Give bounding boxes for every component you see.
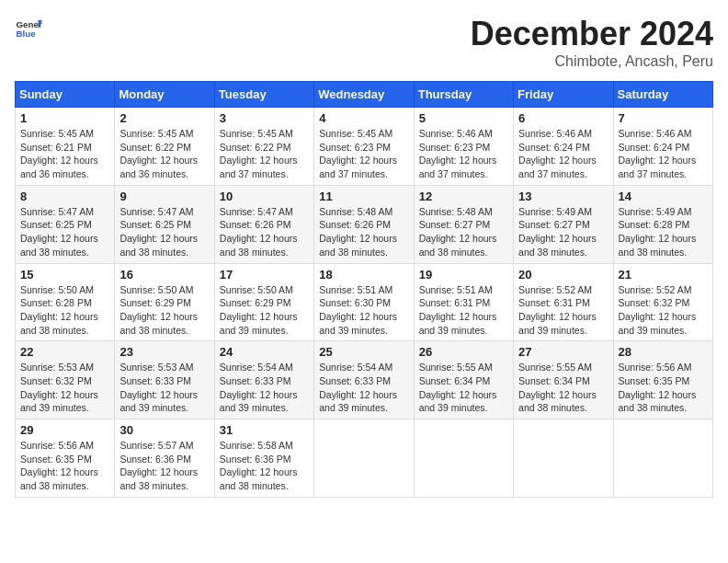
cell-line: and 36 minutes. <box>119 167 209 181</box>
cell-line: Sunset: 6:25 PM <box>20 218 109 232</box>
cell-line: Sunset: 6:34 PM <box>419 374 508 388</box>
calendar-cell: 19Sunrise: 5:51 AMSunset: 6:31 PMDayligh… <box>414 263 513 341</box>
logo: General Blue <box>15 15 42 42</box>
day-number: 9 <box>119 190 209 203</box>
cell-line: and 38 minutes. <box>220 246 309 259</box>
cell-line: Sunset: 6:30 PM <box>319 296 408 310</box>
calendar-cell: 29Sunrise: 5:56 AMSunset: 6:35 PMDayligh… <box>16 419 115 498</box>
cell-line: and 38 minutes. <box>119 479 209 493</box>
cell-line: Sunrise: 5:52 AM <box>518 283 608 297</box>
cell-line: Sunrise: 5:46 AM <box>619 127 708 141</box>
day-number: 17 <box>220 268 309 282</box>
cell-line: Sunrise: 5:49 AM <box>518 205 608 219</box>
cell-line: Sunrise: 5:45 AM <box>119 127 209 141</box>
cell-line: Daylight: 12 hours <box>319 154 408 167</box>
cell-line: and 38 minutes. <box>220 479 309 493</box>
cell-line: Sunrise: 5:52 AM <box>619 283 708 297</box>
cell-line: Sunrise: 5:56 AM <box>619 361 708 374</box>
cell-line: and 38 minutes. <box>119 246 209 259</box>
calendar-cell: 24Sunrise: 5:54 AMSunset: 6:33 PMDayligh… <box>214 341 313 419</box>
cell-content: Sunrise: 5:49 AMSunset: 6:28 PMDaylight:… <box>619 205 708 259</box>
cell-line: Sunset: 6:31 PM <box>419 296 508 310</box>
day-number: 28 <box>619 345 708 359</box>
cell-line: Daylight: 12 hours <box>419 388 508 402</box>
day-number: 18 <box>319 268 408 282</box>
cell-line: Daylight: 12 hours <box>119 388 209 402</box>
cell-line: and 38 minutes. <box>419 246 508 259</box>
cell-line: Daylight: 12 hours <box>220 310 309 324</box>
calendar-cell: 27Sunrise: 5:55 AMSunset: 6:34 PMDayligh… <box>514 341 613 419</box>
month-title: December 2024 <box>471 15 713 53</box>
day-number: 4 <box>319 111 408 125</box>
cell-line: and 38 minutes. <box>619 246 708 259</box>
cell-line: Sunset: 6:28 PM <box>20 296 109 310</box>
cell-content: Sunrise: 5:48 AMSunset: 6:27 PMDaylight:… <box>419 205 508 259</box>
cell-line: Daylight: 12 hours <box>619 232 708 246</box>
calendar-cell: 21Sunrise: 5:52 AMSunset: 6:32 PMDayligh… <box>613 263 712 341</box>
cell-line: and 38 minutes. <box>119 324 209 338</box>
cell-line: Sunset: 6:35 PM <box>20 453 109 466</box>
calendar-cell: 8Sunrise: 5:47 AMSunset: 6:25 PMDaylight… <box>16 185 115 263</box>
cell-line: Sunrise: 5:55 AM <box>518 361 608 374</box>
cell-line: Sunrise: 5:47 AM <box>220 205 309 219</box>
cell-line: and 38 minutes. <box>319 246 408 259</box>
cell-content: Sunrise: 5:45 AMSunset: 6:22 PMDaylight:… <box>220 127 309 181</box>
cell-line: Sunset: 6:36 PM <box>119 453 209 466</box>
cell-line: and 39 minutes. <box>220 324 309 338</box>
day-number: 1 <box>20 111 109 125</box>
calendar-cell: 25Sunrise: 5:54 AMSunset: 6:33 PMDayligh… <box>314 341 414 419</box>
day-number: 8 <box>20 190 109 203</box>
cell-line: Sunset: 6:26 PM <box>220 218 309 232</box>
cell-content: Sunrise: 5:57 AMSunset: 6:36 PMDaylight:… <box>119 439 209 493</box>
location-subtitle: Chimbote, Ancash, Peru <box>471 53 713 70</box>
cell-line: Daylight: 12 hours <box>619 388 708 402</box>
cell-line: Sunrise: 5:46 AM <box>518 127 608 141</box>
calendar-cell: 30Sunrise: 5:57 AMSunset: 6:36 PMDayligh… <box>115 419 214 498</box>
day-number: 13 <box>518 190 608 203</box>
cell-line: Sunrise: 5:50 AM <box>119 283 209 297</box>
calendar-cell: 18Sunrise: 5:51 AMSunset: 6:30 PMDayligh… <box>314 263 414 341</box>
weekday-header-monday: Monday <box>115 82 214 108</box>
day-number: 7 <box>619 111 708 125</box>
calendar-cell: 16Sunrise: 5:50 AMSunset: 6:29 PMDayligh… <box>115 263 214 341</box>
day-number: 22 <box>20 345 109 359</box>
cell-content: Sunrise: 5:52 AMSunset: 6:31 PMDaylight:… <box>518 283 608 338</box>
cell-line: and 39 minutes. <box>419 324 508 338</box>
cell-line: Sunrise: 5:54 AM <box>319 361 408 374</box>
cell-content: Sunrise: 5:50 AMSunset: 6:29 PMDaylight:… <box>119 283 209 338</box>
cell-line: Sunset: 6:28 PM <box>619 218 708 232</box>
calendar-cell <box>314 419 414 498</box>
cell-line: Sunrise: 5:46 AM <box>419 127 508 141</box>
cell-line: Daylight: 12 hours <box>20 154 109 167</box>
cell-content: Sunrise: 5:45 AMSunset: 6:22 PMDaylight:… <box>119 127 209 181</box>
cell-line: Sunrise: 5:51 AM <box>319 283 408 297</box>
weekday-header-friday: Friday <box>514 82 613 108</box>
cell-line: and 38 minutes. <box>518 401 608 415</box>
cell-line: Sunrise: 5:57 AM <box>119 439 209 453</box>
cell-line: Sunset: 6:27 PM <box>518 218 608 232</box>
cell-line: Daylight: 12 hours <box>20 465 109 479</box>
cell-content: Sunrise: 5:45 AMSunset: 6:21 PMDaylight:… <box>20 127 109 181</box>
cell-line: Daylight: 12 hours <box>419 232 508 246</box>
cell-content: Sunrise: 5:54 AMSunset: 6:33 PMDaylight:… <box>220 361 309 415</box>
cell-line: Daylight: 12 hours <box>619 154 708 167</box>
cell-line: Sunrise: 5:45 AM <box>220 127 309 141</box>
cell-line: Sunrise: 5:47 AM <box>119 205 209 219</box>
cell-line: Sunrise: 5:53 AM <box>20 361 109 374</box>
cell-line: Daylight: 12 hours <box>619 310 708 324</box>
cell-line: and 39 minutes. <box>220 401 309 415</box>
weekday-header-thursday: Thursday <box>414 82 513 108</box>
cell-content: Sunrise: 5:53 AMSunset: 6:32 PMDaylight:… <box>20 361 109 415</box>
calendar-cell <box>613 419 712 498</box>
cell-line: and 37 minutes. <box>220 167 309 181</box>
calendar-week-2: 8Sunrise: 5:47 AMSunset: 6:25 PMDaylight… <box>16 185 713 263</box>
day-number: 15 <box>20 268 109 282</box>
day-number: 30 <box>119 423 209 437</box>
cell-content: Sunrise: 5:46 AMSunset: 6:23 PMDaylight:… <box>419 127 508 181</box>
calendar-cell: 15Sunrise: 5:50 AMSunset: 6:28 PMDayligh… <box>16 263 115 341</box>
calendar-cell: 13Sunrise: 5:49 AMSunset: 6:27 PMDayligh… <box>514 185 613 263</box>
day-number: 19 <box>419 268 508 282</box>
calendar-cell: 7Sunrise: 5:46 AMSunset: 6:24 PMDaylight… <box>613 108 712 186</box>
calendar-cell: 22Sunrise: 5:53 AMSunset: 6:32 PMDayligh… <box>16 341 115 419</box>
title-area: December 2024 Chimbote, Ancash, Peru <box>471 15 713 70</box>
